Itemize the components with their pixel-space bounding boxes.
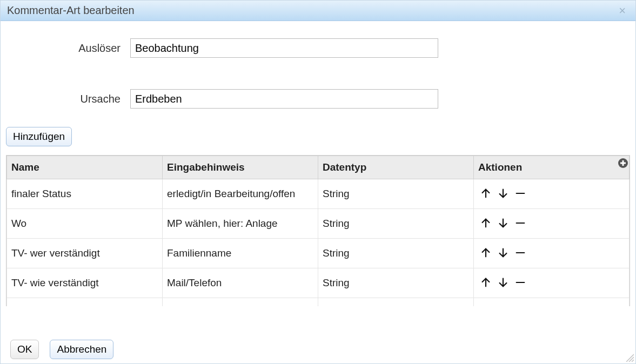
cell-type: String: [318, 239, 474, 268]
ok-button[interactable]: OK: [10, 340, 39, 359]
trigger-input[interactable]: [130, 38, 438, 58]
dialog-footer: OK Abbrechen: [6, 333, 630, 363]
cell-name: TV- wer verständigt: [7, 239, 163, 268]
cell-hint: erledigt/in Bearbeitung/offen: [163, 179, 318, 209]
arrow-up-icon[interactable]: [478, 275, 493, 290]
table-row: finaler Statuserledigt/in Bearbeitung/of…: [7, 179, 630, 209]
arrow-up-icon[interactable]: [478, 245, 493, 260]
table-header-row: Name Eingabehinweis Datentyp Aktionen: [7, 156, 630, 179]
minus-icon[interactable]: [513, 245, 528, 260]
cause-label: Ursache: [6, 93, 130, 105]
trigger-label: Auslöser: [6, 42, 130, 55]
arrow-up-icon[interactable]: [478, 215, 493, 231]
cell-name: TV- wann verständigt: [7, 298, 163, 307]
table-row: TV- wer verständigtFamiliennameString: [7, 239, 630, 268]
cell-hint: MP wählen, hier: Anlage: [163, 209, 318, 239]
add-button[interactable]: Hinzufügen: [6, 127, 72, 146]
svg-line-18: [629, 357, 634, 362]
cause-input[interactable]: [130, 89, 438, 109]
table-area: Name Eingabehinweis Datentyp Aktionen fi…: [6, 155, 630, 333]
arrow-up-icon[interactable]: [478, 305, 493, 306]
cell-type: Date: [318, 298, 474, 307]
resize-grip-icon[interactable]: [624, 352, 634, 362]
fields-table: Name Eingabehinweis Datentyp Aktionen fi…: [6, 156, 630, 306]
cell-type: String: [318, 179, 474, 209]
plus-icon[interactable]: [618, 158, 628, 168]
table-body: finaler Statuserledigt/in Bearbeitung/of…: [7, 179, 630, 307]
table-scroll[interactable]: Name Eingabehinweis Datentyp Aktionen fi…: [6, 155, 630, 306]
titlebar: Kommentar-Art bearbeiten ×: [1, 1, 635, 21]
minus-icon[interactable]: [513, 186, 528, 201]
form-row-cause: Ursache: [6, 89, 630, 109]
col-header-actions: Aktionen: [474, 156, 630, 179]
add-button-wrap: Hinzufügen: [6, 127, 630, 146]
arrow-down-icon[interactable]: [496, 245, 511, 260]
cancel-button[interactable]: Abbrechen: [50, 340, 113, 359]
cell-name: finaler Status: [7, 179, 163, 209]
minus-icon[interactable]: [513, 215, 528, 231]
dialog-window: Kommentar-Art bearbeiten × Auslöser Ursa…: [0, 0, 636, 364]
cell-hint: Mail/Telefon: [163, 268, 318, 298]
table-row: TV- wie verständigtMail/TelefonString: [7, 268, 630, 298]
svg-line-19: [632, 360, 634, 362]
table-row: WoMP wählen, hier: AnlageString: [7, 209, 630, 239]
arrow-down-icon[interactable]: [496, 215, 511, 231]
cell-hint: Familienname: [163, 239, 318, 268]
actions-cell: [474, 268, 630, 298]
actions-cell: [474, 239, 630, 268]
cell-name: TV- wie verständigt: [7, 268, 163, 298]
arrow-down-icon[interactable]: [496, 186, 511, 201]
minus-icon[interactable]: [513, 305, 528, 306]
cell-type: String: [318, 209, 474, 239]
cell-hint: Lokalzeit: [163, 298, 318, 307]
actions-cell: [474, 179, 630, 209]
arrow-down-icon[interactable]: [496, 275, 511, 290]
cell-type: String: [318, 268, 474, 298]
col-header-name: Name: [7, 156, 163, 179]
close-icon[interactable]: ×: [615, 5, 629, 17]
col-header-hint: Eingabehinweis: [163, 156, 318, 179]
dialog-content: Auslöser Ursache Hinzufügen N: [1, 21, 635, 363]
arrow-down-icon[interactable]: [496, 305, 511, 306]
col-header-type: Datentyp: [318, 156, 474, 179]
form-row-trigger: Auslöser: [6, 38, 630, 58]
table-row: TV- wann verständigtLokalzeitDate: [7, 298, 630, 307]
arrow-up-icon[interactable]: [478, 186, 493, 201]
actions-cell: [474, 298, 630, 307]
actions-cell: [474, 209, 630, 239]
minus-icon[interactable]: [513, 275, 528, 290]
dialog-title: Kommentar-Art bearbeiten: [7, 4, 135, 17]
cell-name: Wo: [7, 209, 163, 239]
